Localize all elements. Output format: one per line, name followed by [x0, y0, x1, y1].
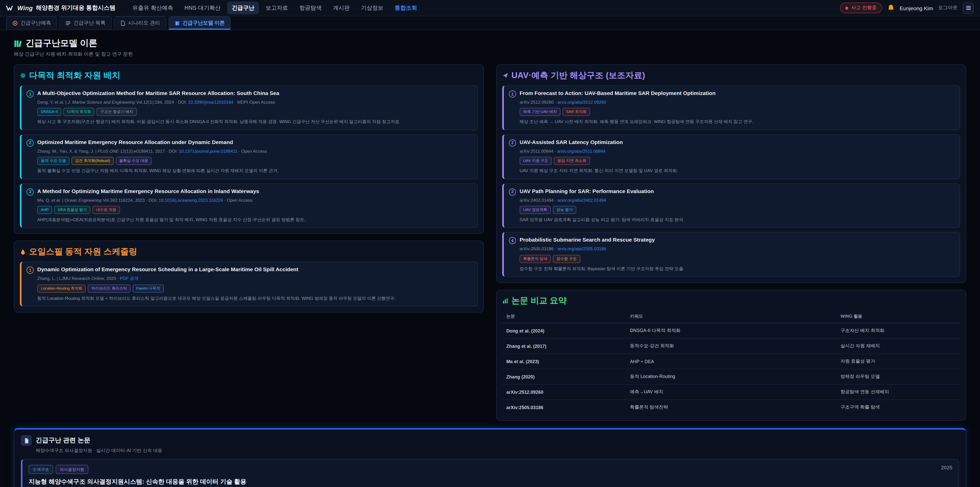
comparison-paper-link[interactable]: arXiv:2512.09260	[502, 384, 626, 400]
paper-meta: arXiv:2402.01494 · arxiv.org/abs/2402.01…	[520, 197, 955, 203]
arxiv-link[interactable]: arxiv.org/abs/2511.00844	[557, 148, 605, 154]
nav-item-weather[interactable]: 기상정보	[356, 2, 388, 14]
paper-tag: 내수로 적용	[92, 206, 120, 214]
wing-logo-icon	[6, 5, 14, 11]
paper-journal: J. Marine Science and Engineering	[68, 100, 135, 105]
panel-multiobjective-header: 다목적 최적화 자원 배치	[20, 70, 478, 85]
arxiv-id: arXiv:2511.00844 ·	[520, 148, 557, 154]
arxiv-id: arXiv:2402.01494 ·	[520, 197, 557, 203]
paper-tags: UAV 경로계획 성능 평가	[520, 206, 955, 214]
panel-oilspill-header: 오일스필 동적 자원 스케줄링	[20, 246, 478, 262]
paper-number-badge: 4	[509, 237, 516, 244]
paper-tag: DEA 효율성 평가	[54, 206, 90, 214]
related-papers-title: 긴급구난 관련 논문	[36, 436, 90, 445]
paper-title: 지능형 해양수색구조 의사결정지원시스템: 신속한 대응을 위한 데이터 기술 …	[29, 477, 953, 486]
tab-scenario-management[interactable]: 시나리오 관리	[114, 16, 166, 30]
comparison-row: Ma et al. (2023) AHP + DEA 자원 효율성 평가	[502, 354, 960, 369]
arxiv-link[interactable]: arxiv.org/abs/2505.03186	[557, 246, 606, 252]
paper-title: A Method for Optimizing Maritime Emergen…	[37, 188, 259, 195]
nav-item-hns[interactable]: HNS·대기확산	[180, 2, 225, 14]
paper-title: From Forecast to Action: UAV-Based Marit…	[520, 90, 716, 97]
logout-button[interactable]: 로그아웃	[938, 5, 958, 11]
paper-tags: DNSGA-II 다목적 최적화 구조선·항공기 배치	[37, 108, 472, 116]
paper-doi-link[interactable]: 10.1016/j.oceaneng.2023.116224	[159, 197, 223, 203]
comparison-usage: 구조구역 확률 탐색	[837, 400, 960, 415]
paper-title: Optimized Maritime Emergency Resource Al…	[37, 139, 233, 146]
paper-tag: SAR 최적화	[563, 108, 590, 116]
paper-meta: arXiv:2511.00844 · arxiv.org/abs/2511.00…	[520, 148, 955, 155]
paper-authors: Ma, Q. et al. |	[37, 197, 64, 203]
comparison-keywords: 확률론적 탐색전략	[626, 400, 836, 415]
comparison-paper-link[interactable]: Zhang (2020)	[502, 369, 626, 384]
sub-tab-bar: 긴급구난예측 긴급구난 목록 시나리오 관리 긴급구난모델 이론	[0, 16, 980, 30]
document-icon	[120, 20, 126, 26]
app-root: Wing 해양환경 위기대응 통합시스템 유출유 확산예측 HNS·대기확산 긴…	[0, 0, 980, 487]
paper-meta-tail: · MDPI Open Access	[233, 100, 275, 105]
page-header: 긴급구난모델 이론 해상 긴급구난 자원 배치·최적화 이론 및 참고 연구 문…	[14, 37, 966, 58]
right-column: UAV·예측 기반 해상구조 (보조자료) 1 From Forecast to…	[496, 64, 966, 421]
paper-title: UAV Path Planning for SAR: Performance E…	[520, 188, 654, 195]
arxiv-link[interactable]: arxiv.org/abs/2512.09260	[557, 100, 606, 105]
comparison-row: Zhang et al. (2017) 동적수요·강건 최적화 실시간 자원 재…	[502, 339, 960, 354]
paper-tag: 성능 평가	[553, 206, 576, 214]
paper-meta-text: 12(12):e0189411, 2017 · DOI:	[119, 148, 179, 154]
paper-number-badge: 2	[27, 139, 34, 147]
droplet-icon	[20, 249, 26, 255]
drone-icon	[502, 72, 508, 79]
related-papers-header: 긴급구난 관련 논문	[21, 435, 959, 446]
tab-rescue-prediction[interactable]: 긴급구난예측	[6, 16, 57, 30]
paper-meta-text: Vol.12(1):184, 2024 · DOI:	[135, 100, 188, 105]
paper-pdf-link[interactable]: PDF 공개	[120, 276, 138, 281]
paper-authors: Dong, Y. et al. |	[37, 100, 68, 105]
tab-label: 긴급구난모델 이론	[183, 19, 225, 27]
comparison-paper-link[interactable]: arXiv:2505.03186	[502, 400, 626, 415]
paper-tag: 확률론적 탐색	[520, 255, 551, 263]
paper-description: 동적 Location-Routing 최적화 모델 + 하이브리드 휴리스틱 …	[37, 295, 472, 302]
brand[interactable]: Wing 해양환경 위기대응 통합시스템	[6, 4, 116, 12]
nav-item-integrated-search[interactable]: 통합조회	[390, 2, 422, 14]
panel-title: UAV·예측 기반 해상구조 (보조자료)	[511, 70, 645, 81]
paper-tag: AHP	[37, 206, 52, 214]
page-content: 긴급구난모델 이론 해상 긴급구난 자원 배치·최적화 이론 및 참고 연구 문…	[0, 30, 980, 487]
panel-uav-header: UAV·예측 기반 해상구조 (보조자료)	[502, 70, 960, 85]
nav-item-rescue[interactable]: 긴급구난	[228, 2, 259, 14]
paper-card: 1 Dynamic Optimization of Emergency Reso…	[20, 262, 478, 307]
bar-chart-icon	[502, 298, 508, 304]
notification-bell-icon[interactable]	[887, 4, 894, 12]
comparison-paper-link[interactable]: Dong et al. (2024)	[502, 323, 626, 339]
comparison-paper-link[interactable]: Zhang et al. (2017)	[502, 339, 626, 354]
paper-description: SAR 임무용 UAV 경로계획 알고리즘 성능 비교 평가. 탐색 커버리지·…	[520, 217, 955, 223]
nav-item-oil-spill[interactable]: 유출유 확산예측	[128, 2, 178, 14]
related-papers-subtitle: 해양수색구조 의사결정지원 · 실시간 데이터·AI 기반 신속 대응	[36, 447, 959, 454]
paper-doi-link[interactable]: 10.1371/journal.pone.0189411	[179, 148, 237, 154]
left-column: 다목적 최적화 자원 배치 1 A Multi-Objective Optimi…	[14, 64, 484, 313]
comparison-keywords: AHP + DEA	[626, 354, 836, 369]
tab-rescue-list[interactable]: 긴급구난 목록	[59, 16, 112, 30]
arxiv-link[interactable]: arxiv.org/abs/2402.01494	[557, 197, 606, 203]
nav-item-aerial-search[interactable]: 항공탐색	[295, 2, 326, 14]
document-badge-icon	[21, 435, 32, 446]
comparison-usage: 구조자산 배치 최적화	[837, 323, 960, 339]
paper-tags: 확률론적 탐색 잠수함 구조	[520, 255, 955, 263]
paper-tag: 예측 기반 UAV 배치	[520, 108, 560, 116]
comparison-paper-link[interactable]: Ma et al. (2023)	[502, 354, 626, 369]
paper-tags: UAV 지원 구조 응답 지연 최소화	[520, 157, 955, 165]
paper-doi-link[interactable]: 10.3390/jmse12010184	[188, 100, 234, 105]
list-icon	[65, 20, 71, 26]
paper-tag: 동적 수요 모델	[37, 157, 69, 165]
column-header-wing-usage: WING 활용	[837, 311, 960, 323]
nav-item-reports[interactable]: 보고자료	[261, 2, 293, 14]
paper-title: UAV-Assisted SAR Latency Optimization	[520, 139, 623, 146]
hamburger-menu-button[interactable]	[963, 2, 974, 14]
paper-meta: Ma, Q. et al. | Ocean Engineering Vol.28…	[37, 197, 472, 203]
nav-item-board[interactable]: 게시판	[328, 2, 355, 14]
tab-rescue-model-theory[interactable]: 긴급구난모델 이론	[168, 16, 231, 30]
paper-tag: 응답 지연 최소화	[554, 157, 590, 165]
alert-dot-icon	[845, 6, 849, 10]
paper-meta: Dong, Y. et al. | J. Marine Science and …	[37, 100, 472, 105]
paper-title: Probabilistic Submarine Search and Rescu…	[520, 237, 655, 244]
panel-title: 논문 비교 요약	[511, 295, 566, 307]
paper-card: 2 UAV-Assisted SAR Latency Optimization …	[502, 134, 960, 179]
column-header-keywords: 키워드	[626, 311, 836, 323]
comparison-keywords: 동적 Location-Routing	[626, 369, 836, 384]
